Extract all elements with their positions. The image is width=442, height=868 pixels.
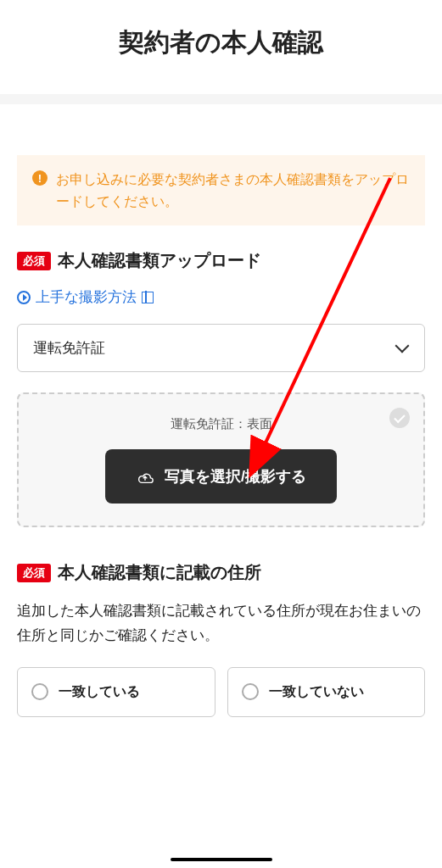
chevron-down-icon	[397, 342, 409, 354]
cloud-upload-icon	[136, 470, 154, 483]
hint-link-text: 上手な撮影方法	[36, 287, 137, 307]
home-indicator[interactable]	[171, 858, 272, 861]
radio-group-address-match: 一致している 一致していない	[17, 667, 425, 717]
upload-photo-button[interactable]: 写真を選択/撮影する	[105, 449, 337, 504]
section-title-address: 本人確認書類に記載の住所	[58, 561, 261, 584]
notice-text: お申し込みに必要な契約者さまの本人確認書類をアップロードしてください。	[56, 169, 410, 212]
section-header-address: 必須 本人確認書類に記載の住所	[17, 561, 425, 584]
section-header-upload: 必須 本人確認書類アップロード	[17, 249, 425, 272]
radio-label-no-match: 一致していない	[269, 683, 364, 701]
external-link-icon	[142, 292, 154, 303]
page-header: 契約者の本人確認	[0, 0, 442, 104]
address-description: 追加した本人確認書類に記載されている住所が現在お住まいの住所と同じかご確認くださ…	[17, 599, 425, 648]
dropdown-selected-value: 運転免許証	[33, 338, 105, 358]
check-circle-icon	[389, 408, 410, 428]
address-section: 必須 本人確認書類に記載の住所 追加した本人確認書類に記載されている住所が現在お…	[17, 561, 425, 717]
notice-box: ! お申し込みに必要な契約者さまの本人確認書類をアップロードしてください。	[17, 155, 425, 225]
radio-circle-icon	[31, 683, 48, 700]
document-type-dropdown[interactable]: 運転免許証	[17, 324, 425, 372]
warning-icon: !	[32, 170, 48, 186]
arrow-circle-icon	[17, 291, 31, 304]
main-content: ! お申し込みに必要な契約者さまの本人確認書類をアップロードしてください。 必須…	[0, 104, 442, 734]
upload-area-front: 運転免許証：表面 写真を選択/撮影する	[17, 392, 425, 527]
photo-tips-link[interactable]: 上手な撮影方法	[17, 287, 425, 307]
required-badge: 必須	[17, 564, 51, 582]
radio-label-match: 一致している	[59, 683, 140, 701]
section-title-upload: 本人確認書類アップロード	[58, 249, 261, 272]
radio-circle-icon	[242, 683, 259, 700]
radio-option-match[interactable]: 一致している	[17, 667, 215, 717]
page-title: 契約者の本人確認	[17, 25, 425, 60]
radio-option-no-match[interactable]: 一致していない	[227, 667, 426, 717]
upload-box-title: 運転免許証：表面	[36, 416, 406, 432]
required-badge: 必須	[17, 252, 51, 270]
upload-button-label: 写真を選択/撮影する	[165, 466, 306, 487]
